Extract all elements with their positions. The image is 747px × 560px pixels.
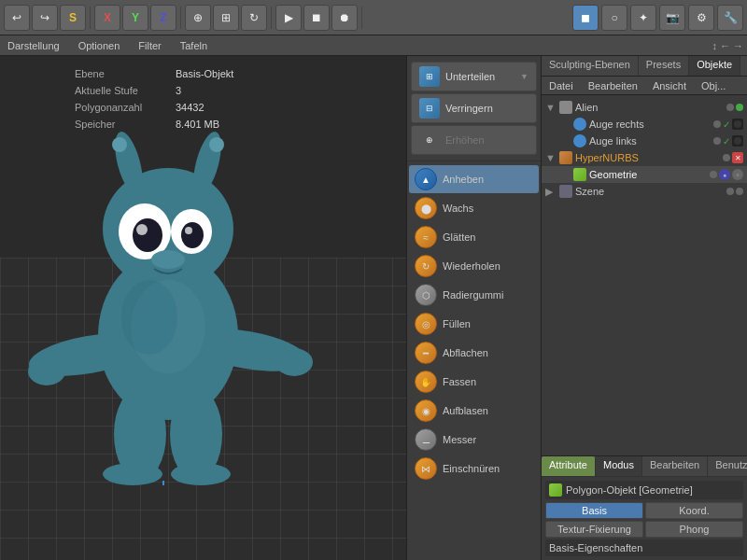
unterteilen-label: Unterteilen	[445, 71, 495, 82]
sep1	[90, 7, 91, 29]
tree-item-hypernurbs[interactable]: ▼ HyperNURBS ✕	[542, 149, 747, 166]
tool-button[interactable]: 🔧	[717, 5, 743, 31]
tool-messer[interactable]: ⚊ Messer	[409, 426, 539, 454]
gear2-button[interactable]: ⚙	[688, 5, 714, 31]
viewport[interactable]: Ebene Basis-Objekt Aktuelle Stufe 3 Poly…	[0, 56, 406, 560]
tool-wiederholen[interactable]: ↻ Wiederholen	[409, 252, 539, 280]
menu-filter[interactable]: Filter	[134, 38, 164, 53]
play-button[interactable]: ▶	[275, 5, 302, 31]
tool-radiergummi[interactable]: ⬡ Radiergummi	[409, 281, 539, 309]
cube-button[interactable]: ◼	[572, 5, 599, 31]
svg-point-12	[151, 250, 185, 269]
nurbs-x: ✕	[732, 152, 743, 163]
scale-button[interactable]: ⊞	[213, 5, 239, 31]
obj-ansicht[interactable]: Ansicht	[649, 79, 690, 92]
menu-optionen[interactable]: Optionen	[75, 38, 124, 53]
x-axis-button[interactable]: X	[94, 5, 120, 31]
expand-szene: ▶	[545, 186, 557, 198]
unterteilen-icon: ⊞	[419, 66, 440, 87]
attr-object-row: Polygon-Objekt [Geometrie]	[545, 481, 743, 499]
attr-object-icon	[549, 483, 562, 497]
erhoehen-button[interactable]: ⊕ Erhöhen	[411, 125, 537, 155]
tab-sculpting[interactable]: Sculpting-Ebenen	[542, 56, 639, 76]
tool-aufblasen[interactable]: ◉ Aufblasen	[409, 397, 539, 425]
tree-item-szene[interactable]: ▶ Szene	[542, 183, 747, 200]
svg-point-22	[121, 280, 177, 355]
attr-tab-benutzer[interactable]: Benutzer	[708, 456, 747, 476]
fassen-label: Fassen	[443, 376, 476, 387]
tree-item-auge-links[interactable]: Auge links ✓	[542, 133, 747, 149]
attr-tab-bearbeiten[interactable]: Bearbeiten	[642, 456, 708, 476]
sep2	[180, 7, 181, 29]
s-button[interactable]: S	[60, 5, 86, 31]
obj-obj[interactable]: Obj...	[698, 79, 729, 92]
tool-einschnueren[interactable]: ⋈ Einschnüren	[409, 455, 539, 483]
redo-button[interactable]: ↪	[32, 5, 58, 31]
augeR-controls: ✓	[713, 119, 743, 130]
attr-panel: Attribute Modus Bearbeiten Benutzer Poly…	[542, 455, 747, 560]
sep3	[271, 7, 272, 29]
sphere-button[interactable]: ○	[601, 5, 627, 31]
light-button[interactable]: ✦	[630, 5, 656, 31]
tree-item-alien[interactable]: ▼ Alien	[542, 99, 747, 116]
svg-point-15	[28, 357, 65, 385]
messer-label: Messer	[443, 434, 476, 445]
nav-arrows[interactable]: ↕ ← →	[712, 40, 743, 51]
attr-tab-attribute[interactable]: Attribute	[542, 456, 596, 476]
record-button[interactable]: ⏺	[331, 5, 358, 31]
wiederholen-icon: ↻	[415, 255, 437, 277]
tool-abflachen[interactable]: ━ Abflachen	[409, 339, 539, 367]
svg-point-20	[171, 463, 231, 485]
fuellen-icon: ◎	[415, 313, 437, 335]
augeR-check: ✓	[723, 119, 730, 130]
glaetten-label: Glätten	[443, 231, 475, 243]
geom-dot2: ×	[732, 169, 743, 180]
verringern-button[interactable]: ⊟ Verringern	[411, 93, 537, 123]
unterteilen-button[interactable]: ⊞ Unterteilen ▼	[411, 62, 537, 91]
rotate-button[interactable]: ↻	[241, 5, 267, 31]
tool-glaetten[interactable]: ≈ Glätten	[409, 223, 539, 251]
einschnueren-label: Einschnüren	[443, 463, 500, 474]
fuellen-label: Füllen	[443, 318, 471, 329]
tool-wachs[interactable]: ⬤ Wachs	[409, 194, 539, 222]
camera-button[interactable]: 📷	[659, 5, 685, 31]
y-axis-button[interactable]: Y	[122, 5, 148, 31]
attr-btn-koord[interactable]: Koord.	[645, 502, 743, 519]
wachs-icon: ⬤	[415, 197, 437, 219]
obj-datei[interactable]: Datei	[545, 79, 577, 92]
move-button[interactable]: ⊕	[185, 5, 211, 31]
svg-point-8	[133, 218, 162, 252]
tool-fassen[interactable]: ✋ Fassen	[409, 368, 539, 396]
szene-icon	[559, 185, 572, 198]
z-axis-button[interactable]: Z	[150, 5, 176, 31]
augeL-inner	[734, 137, 741, 145]
expand-nurbs: ▼	[545, 152, 557, 163]
menu-darstellung[interactable]: Darstellung	[4, 38, 63, 53]
radiergummi-label: Radiergummi	[443, 289, 503, 301]
attr-props-row1: Basis Koord.	[545, 502, 743, 519]
tab-presets[interactable]: Presets	[639, 56, 689, 76]
alien-label: Alien	[575, 102, 724, 113]
svg-point-16	[275, 348, 313, 376]
tool-fuellen[interactable]: ◎ Füllen	[409, 310, 539, 338]
nurbs-icon	[559, 151, 572, 164]
tree-item-auge-rechts[interactable]: Auge rechts ✓	[542, 116, 747, 133]
nurbs-x-icon: ✕	[735, 154, 741, 162]
augeL-box	[732, 135, 743, 147]
level-label: Ebene	[75, 65, 168, 82]
attr-btn-phong[interactable]: Phong	[645, 521, 743, 538]
attr-btn-textur[interactable]: Textur-Fixierung	[545, 521, 643, 538]
stop-button[interactable]: ⏹	[303, 5, 330, 31]
attr-btn-basis[interactable]: Basis	[545, 502, 643, 519]
attr-tab-modus[interactable]: Modus	[596, 456, 642, 476]
augeL-dot1	[713, 137, 721, 145]
tool-anheben[interactable]: ▲ Anheben	[409, 165, 539, 193]
undo-button[interactable]: ↩	[4, 5, 30, 31]
geom-sphere-inner: ●	[723, 172, 726, 178]
svg-point-3	[112, 137, 127, 152]
tab-objects[interactable]: Objekte	[689, 56, 740, 76]
top-toolbar: ↩ ↪ S X Y Z ⊕ ⊞ ↻ ▶ ⏹ ⏺ ◼ ○ ✦ 📷 ⚙ 🔧	[0, 0, 747, 35]
menu-tafeln[interactable]: Tafeln	[176, 38, 211, 53]
obj-bearbeiten[interactable]: Bearbeiten	[585, 79, 641, 92]
tree-item-geometrie[interactable]: Geometrie ● ×	[542, 166, 747, 183]
